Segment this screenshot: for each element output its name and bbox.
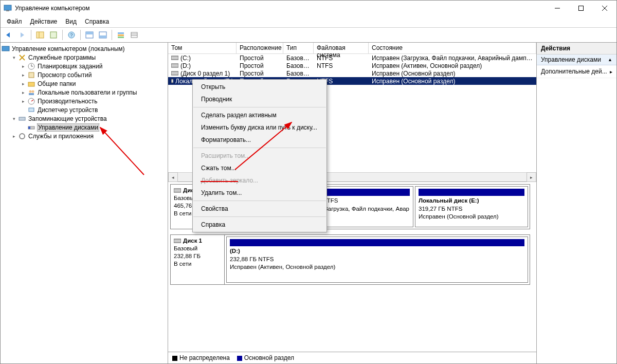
app-icon xyxy=(4,4,12,12)
expand-icon[interactable]: ▸ xyxy=(19,99,27,104)
svg-rect-21 xyxy=(2,46,9,51)
device-icon xyxy=(27,106,35,114)
disk-1-block: Диск 1 Базовый 232,88 ГБ В сети (D:) 232… xyxy=(170,234,530,285)
disk-0-partition-3[interactable]: Локальный диск (E:) 319,27 ГБ NTFS Испра… xyxy=(415,186,528,227)
volume-row[interactable]: (D:) ПростойБазовыйNTFSИсправен (Активен… xyxy=(168,62,536,69)
close-button[interactable] xyxy=(593,1,616,16)
ctx-format[interactable]: Форматировать... xyxy=(193,134,326,146)
menubar: Файл Действие Вид Справка xyxy=(1,16,616,27)
ctx-properties[interactable]: Свойства xyxy=(193,203,326,215)
header-status[interactable]: Состояние xyxy=(369,43,536,54)
computer-icon xyxy=(2,45,10,53)
eventlog-icon xyxy=(27,71,35,79)
menu-file[interactable]: Файл xyxy=(3,17,26,26)
tree-local-users[interactable]: Локальные пользователи и группы xyxy=(38,89,137,96)
header-layout[interactable]: Расположение xyxy=(237,43,283,54)
actions-header: Действия xyxy=(537,43,616,54)
ctx-explorer[interactable]: Проводник xyxy=(193,93,326,105)
scroll-right-button[interactable]: ▸ xyxy=(527,172,536,182)
tool-settings[interactable] xyxy=(115,29,127,41)
legend-label-unallocated: Не распределена xyxy=(179,354,230,361)
tool-properties[interactable] xyxy=(47,29,60,41)
tools-icon xyxy=(18,53,26,62)
maximize-button[interactable] xyxy=(569,1,593,16)
svg-rect-34 xyxy=(28,126,30,129)
forward-button[interactable] xyxy=(16,29,28,41)
svg-rect-18 xyxy=(131,32,137,38)
svg-rect-1 xyxy=(6,10,9,11)
drive-icon xyxy=(171,55,178,61)
tool-list[interactable] xyxy=(128,29,140,41)
header-type[interactable]: Тип xyxy=(283,43,314,54)
svg-rect-25 xyxy=(29,72,34,78)
tool-view-bottom[interactable] xyxy=(97,29,109,41)
expand-icon[interactable]: ▾ xyxy=(10,116,18,121)
window-title: Управление компьютером xyxy=(15,5,546,12)
actions-current[interactable]: Управление дисками ▲ xyxy=(537,54,616,65)
ctx-delete[interactable]: Удалить том... xyxy=(193,187,326,199)
actions-more[interactable]: Дополнительные дей... ▸ xyxy=(537,65,616,78)
titlebar: Управление компьютером xyxy=(1,1,616,16)
legend-swatch-unallocated xyxy=(172,356,177,361)
volume-row[interactable]: (C:) ПростойБазовыйNTFSИсправен (Загрузк… xyxy=(168,54,536,62)
expand-icon[interactable]: ▸ xyxy=(19,90,27,95)
chevron-up-icon: ▲ xyxy=(608,57,612,62)
svg-rect-0 xyxy=(4,5,11,10)
back-button[interactable] xyxy=(3,29,15,41)
ctx-mirror: Добавить зеркало... xyxy=(193,174,326,187)
expand-icon[interactable]: ▸ xyxy=(10,134,18,139)
disk-1-partition-1[interactable]: (D:) 232,88 ГБ NTFS Исправен (Активен, О… xyxy=(226,236,528,283)
tree-system-tools[interactable]: Служебные программы xyxy=(28,54,96,61)
perf-icon xyxy=(27,97,35,105)
header-volume[interactable]: Том xyxy=(168,43,237,54)
expand-icon[interactable]: ▸ xyxy=(19,72,27,78)
folder-icon xyxy=(27,80,35,88)
svg-rect-12 xyxy=(86,32,93,34)
tree-pane: Управление компьютером (локальным) ▾Служ… xyxy=(1,43,168,363)
minimize-button[interactable] xyxy=(546,1,569,16)
volume-row[interactable]: (Диск 0 раздел 1) ПростойБазовыйИсправен… xyxy=(168,69,536,77)
tool-help[interactable]: ? xyxy=(65,29,78,41)
tree-device-manager[interactable]: Диспетчер устройств xyxy=(38,106,98,114)
svg-rect-15 xyxy=(118,32,124,34)
svg-point-28 xyxy=(32,90,34,93)
ctx-open[interactable]: Открыть xyxy=(193,81,326,93)
scroll-left-button[interactable]: ◂ xyxy=(168,172,178,182)
legend-swatch-primary xyxy=(237,356,242,361)
svg-rect-16 xyxy=(118,34,124,36)
drive-icon xyxy=(171,63,178,68)
ctx-shrink[interactable]: Сжать том... xyxy=(193,162,326,174)
tree-services-apps[interactable]: Службы и приложения xyxy=(28,133,94,140)
menu-view[interactable]: Вид xyxy=(61,17,81,26)
svg-rect-29 xyxy=(29,93,34,95)
storage-icon xyxy=(18,115,26,123)
ctx-make-active[interactable]: Сделать раздел активным xyxy=(193,109,326,121)
hdd-icon xyxy=(174,238,181,244)
tree-shared-folders[interactable]: Общие папки xyxy=(38,80,76,87)
expand-icon[interactable]: ▾ xyxy=(10,55,18,60)
expand-icon[interactable]: ▸ xyxy=(19,64,27,69)
disk-icon xyxy=(27,123,35,132)
menu-action[interactable]: Действие xyxy=(26,17,62,26)
tree-task-scheduler[interactable]: Планировщик заданий xyxy=(38,63,102,70)
drive-icon xyxy=(171,78,173,84)
tool-view-top[interactable] xyxy=(83,29,96,41)
svg-text:?: ? xyxy=(70,32,72,38)
ctx-help[interactable]: Справка xyxy=(193,219,326,231)
header-fs[interactable]: Файловая система xyxy=(314,43,369,54)
tree-performance[interactable]: Производительность xyxy=(38,98,97,105)
svg-rect-3 xyxy=(579,6,584,11)
ctx-change-letter[interactable]: Изменить букву диска или путь к диску... xyxy=(193,121,326,134)
tree-storage[interactable]: Запоминающие устройства xyxy=(28,115,107,122)
svg-rect-37 xyxy=(171,64,178,67)
tool-show-hide[interactable] xyxy=(34,29,46,41)
main-pane: Том Расположение Тип Файловая система Со… xyxy=(168,43,536,363)
menu-help[interactable]: Справка xyxy=(81,17,113,26)
svg-rect-32 xyxy=(19,117,25,120)
tree-event-viewer[interactable]: Просмотр событий xyxy=(38,71,92,79)
expand-icon[interactable]: ▸ xyxy=(19,81,27,86)
hdd-icon xyxy=(174,188,181,193)
tree-root[interactable]: Управление компьютером (локальным) xyxy=(12,45,125,52)
tree-disk-management[interactable]: Управление дисками xyxy=(38,124,99,131)
ctx-extend: Расширить том... xyxy=(193,150,326,162)
